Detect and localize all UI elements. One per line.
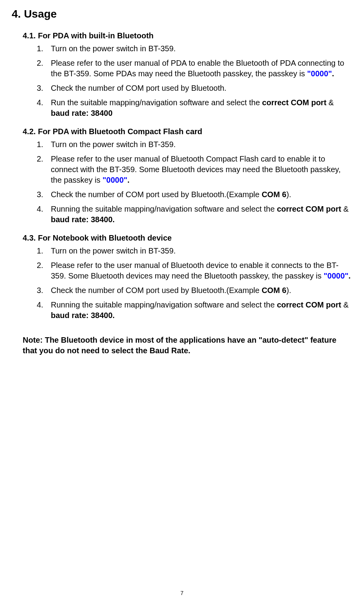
text-segment: Check the number of COM port used by Blu… xyxy=(51,84,226,92)
text-segment: "0000" xyxy=(307,69,332,78)
sections-container: 4.1. For PDA with built-in Bluetooth1.Tu… xyxy=(12,31,352,321)
text-segment: & xyxy=(341,205,349,213)
ordered-list: 1.Turn on the power switch in BT-359.2.P… xyxy=(37,246,352,321)
text-segment: Turn on the power switch in BT-359. xyxy=(51,44,176,53)
main-heading: 4. Usage xyxy=(12,8,352,20)
list-item-number: 4. xyxy=(37,300,51,321)
list-item-text: Running the suitable mapping/navigation … xyxy=(51,300,352,321)
section-heading: 4.1. For PDA with built-in Bluetooth xyxy=(23,31,352,40)
list-item: 1.Turn on the power switch in BT-359. xyxy=(37,43,352,54)
list-item: 1.Turn on the power switch in BT-359. xyxy=(37,246,352,256)
text-segment: baud rate: 38400. xyxy=(51,311,115,320)
list-item-number: 4. xyxy=(37,204,51,225)
list-item-text: Please refer to the user manual of Bluet… xyxy=(51,154,352,185)
text-segment: & xyxy=(326,98,334,107)
list-item-text: Turn on the power switch in BT-359. xyxy=(51,246,352,256)
list-item: 3.Check the number of COM port used by B… xyxy=(37,189,352,200)
text-segment: Turn on the power switch in BT-359. xyxy=(51,246,176,255)
section: 4.2. For PDA with Bluetooth Compact Flas… xyxy=(23,127,352,225)
text-segment: Running the suitable mapping/navigation … xyxy=(51,205,277,213)
text-segment: COM 6 xyxy=(262,286,286,295)
section-heading: 4.3. For Notebook with Bluetooth device xyxy=(23,234,352,243)
ordered-list: 1.Turn on the power switch in BT-359.2.P… xyxy=(37,43,352,119)
list-item: 1.Turn on the power switch in BT-359. xyxy=(37,139,352,150)
list-item-text: Running the suitable mapping/navigation … xyxy=(51,204,352,225)
list-item-text: Check the number of COM port used by Blu… xyxy=(51,285,352,296)
list-item-text: Turn on the power switch in BT-359. xyxy=(51,139,352,150)
text-segment: baud rate: 38400. xyxy=(51,215,115,224)
list-item-text: Check the number of COM port used by Blu… xyxy=(51,189,352,200)
list-item-number: 3. xyxy=(37,189,51,200)
text-segment: COM 6 xyxy=(262,190,286,199)
list-item-number: 3. xyxy=(37,285,51,296)
list-item: 3.Check the number of COM port used by B… xyxy=(37,285,352,296)
text-segment: correct COM port xyxy=(277,300,341,309)
list-item-text: Turn on the power switch in BT-359. xyxy=(51,43,352,54)
text-segment: Please refer to the user manual of PDA t… xyxy=(51,59,344,78)
list-item-number: 2. xyxy=(37,260,51,281)
section: 4.3. For Notebook with Bluetooth device1… xyxy=(23,234,352,321)
list-item: 4.Running the suitable mapping/navigatio… xyxy=(37,204,352,225)
list-item-number: 3. xyxy=(37,83,51,93)
text-segment: Please refer to the user manual of Bluet… xyxy=(51,155,341,184)
text-segment: "0000" xyxy=(324,271,348,280)
list-item-number: 2. xyxy=(37,154,51,185)
list-item: 4.Run the suitable mapping/navigation so… xyxy=(37,97,352,119)
list-item-number: 1. xyxy=(37,139,51,150)
text-segment: ). xyxy=(287,190,291,199)
footer-note: Note: The Bluetooth device in most of th… xyxy=(23,335,352,356)
list-item-text: Please refer to the user manual of Bluet… xyxy=(51,260,352,281)
ordered-list: 1.Turn on the power switch in BT-359.2.P… xyxy=(37,139,352,225)
list-item: 2.Please refer to the user manual of Blu… xyxy=(37,260,352,281)
list-item-number: 1. xyxy=(37,43,51,54)
list-item-text: Please refer to the user manual of PDA t… xyxy=(51,58,352,79)
text-segment: Run the suitable mapping/navigation soft… xyxy=(51,98,262,107)
list-item-number: 4. xyxy=(37,97,51,119)
list-item: 2.Please refer to the user manual of Blu… xyxy=(37,154,352,185)
text-segment: Running the suitable mapping/navigation … xyxy=(51,300,277,309)
text-segment: correct COM port xyxy=(277,205,341,213)
list-item: 2.Please refer to the user manual of PDA… xyxy=(37,58,352,79)
text-segment: . xyxy=(127,176,130,184)
text-segment: . xyxy=(348,271,351,280)
list-item-number: 1. xyxy=(37,246,51,256)
text-segment: Please refer to the user manual of Bluet… xyxy=(51,261,339,280)
list-item: 3.Check the number of COM port used by B… xyxy=(37,83,352,93)
text-segment: Check the number of COM port used by Blu… xyxy=(51,286,262,295)
list-item: 4.Running the suitable mapping/navigatio… xyxy=(37,300,352,321)
section-heading: 4.2. For PDA with Bluetooth Compact Flas… xyxy=(23,127,352,136)
text-segment: baud rate: 38400 xyxy=(51,109,113,117)
text-segment: ). xyxy=(287,286,291,295)
section: 4.1. For PDA with built-in Bluetooth1.Tu… xyxy=(23,31,352,119)
list-item-text: Run the suitable mapping/navigation soft… xyxy=(51,97,352,119)
page-number: 7 xyxy=(181,590,184,596)
text-segment: & xyxy=(341,300,349,309)
text-segment: "0000" xyxy=(102,176,127,184)
list-item-number: 2. xyxy=(37,58,51,79)
text-segment: Turn on the power switch in BT-359. xyxy=(51,140,176,149)
text-segment: Check the number of COM port used by Blu… xyxy=(51,190,262,199)
list-item-text: Check the number of COM port used by Blu… xyxy=(51,83,352,93)
text-segment: . xyxy=(332,69,334,78)
text-segment: correct COM port xyxy=(262,98,326,107)
